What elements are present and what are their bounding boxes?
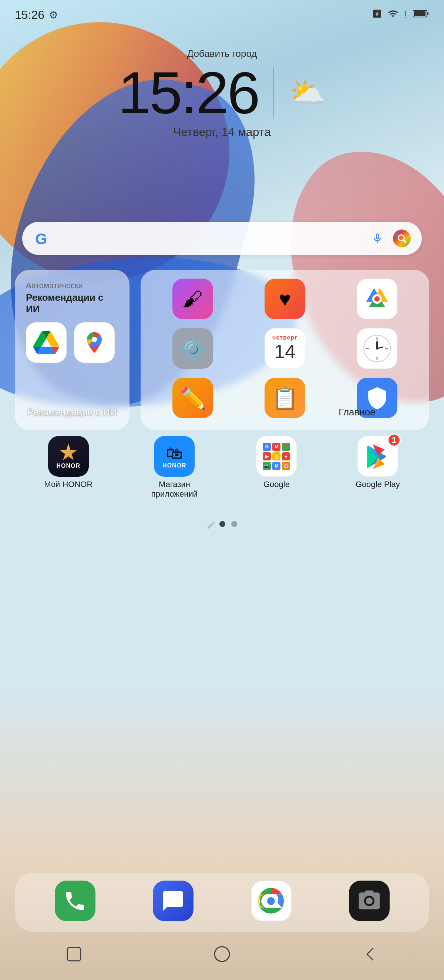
svg-text:G: G: [35, 230, 47, 247]
folder-auto-label: Автоматически: [26, 281, 118, 290]
weather-widget[interactable]: ⛅: [289, 75, 326, 110]
clock-icon: [357, 328, 398, 369]
google-play-icon: 1: [358, 436, 398, 477]
folder-main-name: Главное: [285, 406, 429, 418]
lens-search-icon[interactable]: [393, 229, 411, 247]
apps-row-2: HONOR Мой HONOR 🛍 HONOR Магазин приложен…: [15, 436, 429, 499]
camera-icon: [349, 881, 390, 921]
nfc-icon: [372, 9, 382, 21]
dock-phone[interactable]: [55, 881, 96, 924]
status-bar: 15:26 ⚙ !: [0, 0, 444, 30]
clock-time: 15:26: [118, 63, 259, 123]
svg-point-9: [374, 296, 380, 302]
svg-point-6: [92, 337, 97, 342]
settings-app-icon: ⚙️: [172, 328, 213, 369]
dock: [15, 873, 429, 932]
app-google-play[interactable]: 1 Google Play: [356, 436, 400, 499]
google-play-label: Google Play: [356, 480, 400, 489]
photos-icon: [357, 278, 398, 319]
mic-indicator: 🎤: [207, 521, 214, 530]
dock-chrome[interactable]: [251, 881, 292, 924]
svg-rect-1: [427, 12, 428, 15]
svg-point-22: [267, 897, 275, 905]
google-logo: G: [33, 229, 52, 248]
nav-back-button[interactable]: [357, 941, 383, 967]
app-google-drive[interactable]: [26, 322, 67, 366]
page-dot-2[interactable]: [231, 521, 237, 527]
folder-ai-name: Рекомендации с ИИ: [15, 406, 129, 418]
my-honor-label: Мой HONOR: [44, 480, 93, 489]
settings-icon[interactable]: ⚙: [49, 9, 58, 21]
folder-labels-row: Рекомендации с ИИ Главное: [15, 406, 429, 418]
google-maps-icon: [74, 322, 115, 363]
status-time: 15:26: [15, 8, 45, 22]
folder-ai-label: Рекомендации с ИИ: [26, 292, 118, 315]
weather-icon: ⛅: [289, 75, 326, 110]
honor-store-icon: 🛍 HONOR: [154, 436, 195, 477]
google-folder-label: Google: [264, 480, 290, 489]
svg-rect-2: [414, 11, 425, 16]
dock-messages[interactable]: [153, 881, 193, 924]
alert-icon: !: [404, 9, 407, 21]
app-honor-store[interactable]: 🛍 HONOR Магазин приложений: [151, 436, 198, 499]
chrome-icon: [251, 881, 292, 921]
clock-date: Четверг, 14 марта: [173, 125, 271, 139]
messages-icon: [153, 881, 193, 921]
svg-line-5: [404, 240, 406, 242]
folder-main[interactable]: 🖌 ♥: [141, 270, 429, 430]
dock-camera[interactable]: [349, 881, 390, 924]
wifi-icon: [388, 8, 398, 21]
svg-rect-23: [67, 948, 81, 961]
apps-area: Автоматически Рекомендации с ИИ: [15, 270, 429, 430]
svg-point-24: [215, 947, 229, 961]
health-icon: ♥: [265, 278, 305, 319]
folder-ai-recommendations[interactable]: Автоматически Рекомендации с ИИ: [15, 270, 129, 430]
app-paintbrush[interactable]: 🖌: [150, 278, 236, 322]
search-bar[interactable]: G: [22, 222, 422, 255]
svg-point-18: [376, 347, 378, 350]
clock-divider: [273, 67, 274, 119]
honor-store-label: Магазин приложений: [151, 480, 198, 499]
page-dot-1[interactable]: [219, 521, 225, 527]
my-honor-icon: HONOR: [48, 436, 89, 477]
app-health[interactable]: ♥: [241, 278, 328, 322]
battery-icon: [413, 8, 429, 21]
app-google-folder[interactable]: G M 📍 ▶ △ ● 📷 M 🌸 Google: [256, 436, 297, 499]
clock-widget[interactable]: Добавить город 15:26 ⛅ Четверг, 14 марта: [0, 48, 444, 139]
phone-icon: [55, 881, 96, 921]
google-drive-icon: [26, 322, 67, 363]
app-google-maps[interactable]: [74, 322, 115, 366]
voice-search-icon[interactable]: [369, 229, 386, 247]
page-dots: 🎤: [0, 521, 444, 530]
app-photos[interactable]: [334, 278, 420, 322]
nav-bar: [0, 935, 444, 980]
nav-square-button[interactable]: [61, 941, 87, 967]
google-folder-icon: G M 📍 ▶ △ ● 📷 M 🌸: [256, 436, 297, 477]
add-city-label[interactable]: Добавить город: [187, 48, 257, 59]
google-play-badge: 1: [387, 433, 401, 447]
nav-home-button[interactable]: [209, 941, 235, 967]
calendar-icon: четверг 14: [265, 328, 305, 369]
app-my-honor[interactable]: HONOR Мой HONOR: [44, 436, 93, 499]
paintbrush-icon: 🖌: [172, 278, 213, 319]
app-clock[interactable]: [334, 328, 420, 372]
app-settings[interactable]: ⚙️: [150, 328, 236, 372]
app-calendar[interactable]: четверг 14: [241, 328, 328, 372]
